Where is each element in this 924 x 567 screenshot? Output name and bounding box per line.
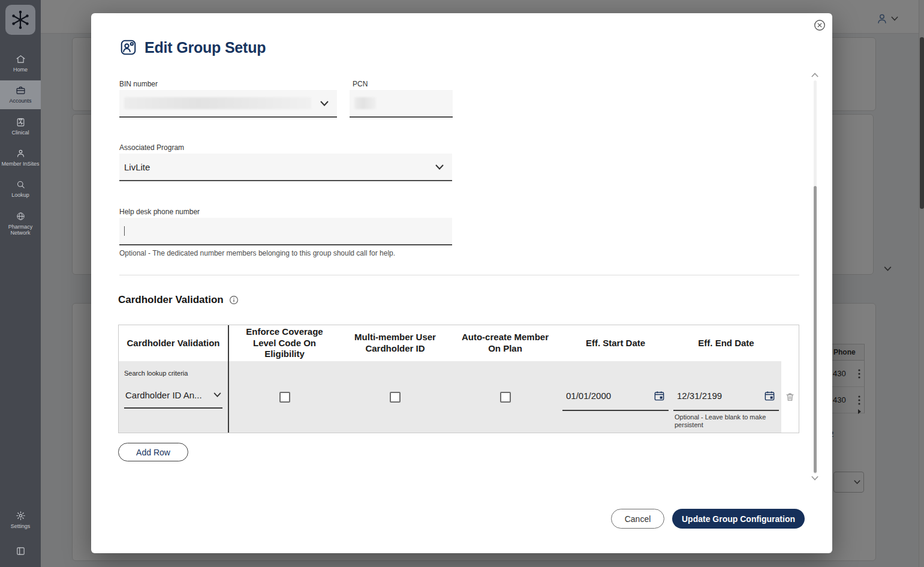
eff-start-date-value: 01/01/2000: [566, 391, 611, 401]
scroll-up-icon[interactable]: [811, 73, 818, 77]
close-icon: [813, 19, 826, 32]
section-title: Cardholder Validation: [118, 294, 224, 306]
calendar-icon[interactable]: [654, 390, 665, 401]
cardholder-validation-table: Cardholder Validation Enforce Coverage L…: [118, 325, 799, 433]
sidebar-item-label: Settings: [11, 523, 31, 529]
eff-end-date-helper: Optional - Leave blank to make persisten…: [675, 413, 778, 429]
section-divider: [119, 275, 799, 275]
update-group-configuration-button[interactable]: Update Group Configuration: [672, 509, 805, 529]
helpdesk-helper-text: Optional - The dedicated number members …: [119, 249, 395, 257]
sidebar: Home Accounts Clinical Member InSites Lo…: [0, 0, 41, 567]
sidebar-item-clinical[interactable]: Clinical: [0, 112, 41, 140]
column-header: Enforce Coverage Level Code On Eligibili…: [229, 325, 340, 361]
edit-group-setup-modal: Edit Group Setup BIN number PCN Associat…: [91, 13, 832, 553]
column-header: Multi-member User Cardholder ID: [340, 325, 450, 361]
helpdesk-phone-input[interactable]: [119, 218, 452, 245]
pcn-input[interactable]: [350, 90, 453, 118]
info-icon[interactable]: [229, 295, 239, 305]
eff-end-date-cell: 12/31/2199 Optional - Leave blank to mak…: [671, 361, 781, 433]
sidebar-item-label: Pharmacy Network: [1, 224, 40, 236]
chevron-down-icon: [213, 392, 221, 397]
sidebar-collapse[interactable]: [14, 541, 27, 561]
pharmacy-network-icon: [16, 211, 26, 221]
scroll-down-icon[interactable]: [811, 476, 818, 481]
chevron-down-icon: [320, 101, 329, 106]
eff-end-date-input[interactable]: 12/31/2199: [673, 382, 779, 411]
text-cursor: [124, 226, 125, 236]
row-actions-cell: [781, 361, 799, 433]
modal-title-row: Edit Group Setup: [119, 38, 266, 56]
cancel-button[interactable]: Cancel: [611, 509, 664, 529]
enforce-coverage-cell: [229, 361, 340, 433]
group-setup-icon: [119, 38, 137, 56]
member-insites-icon: [16, 148, 26, 158]
cardholder-validation-heading: Cardholder Validation: [118, 294, 239, 306]
clinical-icon: [16, 117, 26, 127]
pcn-label: PCN: [353, 80, 368, 88]
accounts-icon: [16, 85, 26, 95]
sidebar-item-member-insites[interactable]: Member InSites: [0, 143, 41, 172]
sidebar-item-accounts[interactable]: Accounts: [0, 80, 41, 109]
sidebar-item-lookup[interactable]: Lookup: [0, 175, 41, 203]
helpdesk-phone-label: Help desk phone number: [119, 208, 200, 216]
close-button[interactable]: [813, 19, 826, 32]
sidebar-nav: Home Accounts Clinical Member InSites Lo…: [0, 49, 41, 241]
page-title: Edit Group Setup: [145, 39, 266, 56]
eff-start-date-input[interactable]: 01/01/2000: [562, 382, 669, 411]
redacted-value: [124, 97, 311, 109]
sidebar-bottom: Settings: [0, 506, 41, 567]
lookup-criteria-value: Cardholder ID An...: [125, 390, 202, 400]
network-logo-icon: [10, 9, 31, 31]
bin-number-select[interactable]: [119, 90, 337, 118]
eff-start-date-cell: 01/01/2000: [560, 361, 671, 433]
bin-number-label: BIN number: [119, 80, 158, 88]
multi-member-cell: [340, 361, 450, 433]
sidebar-item-settings[interactable]: Settings: [10, 506, 32, 534]
sidebar-item-label: Member InSites: [1, 161, 39, 167]
associated-program-value: LivLite: [124, 162, 150, 172]
associated-program-select[interactable]: LivLite: [119, 154, 452, 181]
column-header: Eff. Start Date: [560, 325, 671, 361]
multi-member-checkbox[interactable]: [390, 392, 401, 403]
column-header: Cardholder Validation: [119, 325, 229, 361]
trash-icon[interactable]: [785, 391, 795, 403]
collapse-sidebar-icon: [16, 546, 26, 556]
auto-create-cell: [450, 361, 560, 433]
enforce-coverage-checkbox[interactable]: [279, 392, 290, 403]
lookup-icon: [16, 179, 26, 190]
column-header: Eff. End Date: [671, 325, 781, 361]
sidebar-item-label: Lookup: [11, 192, 29, 198]
modal-scrollbar-thumb[interactable]: [814, 186, 817, 473]
app-logo: [5, 5, 35, 35]
sidebar-item-label: Accounts: [9, 98, 31, 104]
settings-icon: [16, 511, 26, 521]
chevron-down-icon: [435, 164, 444, 170]
sidebar-item-label: Clinical: [11, 130, 29, 136]
sidebar-item-home[interactable]: Home: [0, 49, 41, 77]
auto-create-checkbox[interactable]: [500, 392, 511, 403]
redacted-value: [354, 97, 376, 109]
lookup-criteria-select[interactable]: Cardholder ID An...: [124, 382, 222, 409]
add-row-button[interactable]: Add Row: [118, 443, 188, 461]
column-header: Auto-create Member On Plan: [450, 325, 560, 361]
lookup-criteria-cell: Search lookup criteria Cardholder ID An.…: [119, 361, 229, 433]
calendar-icon[interactable]: [764, 390, 775, 401]
column-header-actions: [781, 325, 799, 361]
lookup-criteria-label: Search lookup criteria: [124, 370, 228, 377]
home-icon: [16, 54, 26, 64]
sidebar-item-pharmacy-network[interactable]: Pharmacy Network: [0, 206, 41, 241]
sidebar-item-label: Home: [13, 67, 28, 73]
eff-end-date-value: 12/31/2199: [677, 391, 722, 401]
associated-program-label: Associated Program: [119, 143, 184, 152]
